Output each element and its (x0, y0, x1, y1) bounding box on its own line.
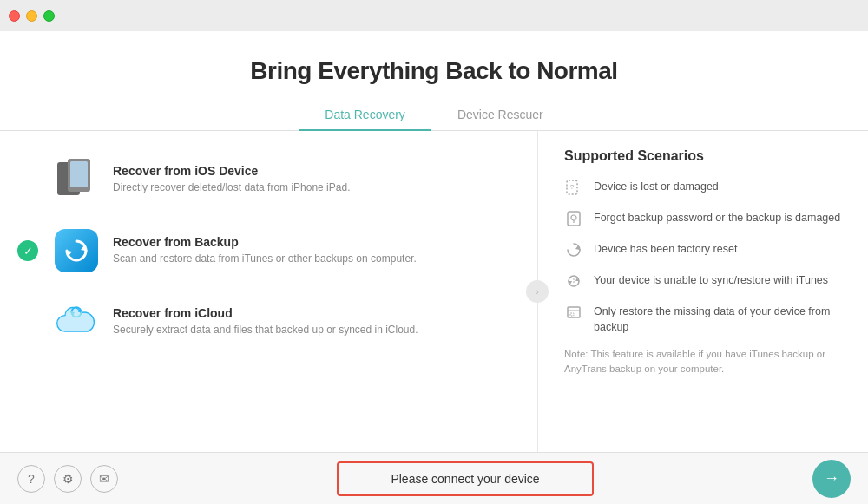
header: Bring Everything Back to Normal (0, 31, 868, 85)
message-button[interactable]: ✉ (90, 465, 118, 493)
scenarios-title: Supported Scenarios (564, 148, 842, 164)
ios-item-title: Recover from iOS Device (113, 164, 350, 178)
scenario-forgot-password: Forgot backup password or the backup is … (564, 209, 842, 228)
minimize-button[interactable] (26, 10, 37, 22)
scenario-sync-text: Your device is unable to sync/restore wi… (594, 272, 828, 289)
panel-arrow-icon: › (526, 280, 549, 303)
restore-missing-icon (564, 303, 583, 322)
scenario-password-text: Forgot backup password or the backup is … (594, 209, 840, 226)
note-text: Note: This feature is available if you h… (564, 347, 842, 377)
right-panel: Supported Scenarios ? Device is lost or … (538, 131, 868, 452)
backup-damage-icon (564, 209, 583, 228)
help-button[interactable]: ? (17, 465, 45, 493)
left-panel: Recover from iOS Device Directly recover… (0, 131, 538, 452)
svg-rect-12 (570, 313, 574, 316)
scenario-sync-restore: Your device is unable to sync/restore wi… (564, 272, 842, 291)
page-title: Bring Everything Back to Normal (0, 57, 868, 85)
content-area: Recover from iOS Device Directly recover… (0, 131, 868, 452)
scenario-missing-text: Only restore the missing data of your de… (594, 303, 842, 335)
icloud-item-desc: Securely extract data and files that bac… (113, 323, 418, 337)
ios-device-icon (54, 157, 99, 202)
scenario-factory-reset: Device has been factory reset (564, 240, 842, 259)
reset-icon (564, 240, 583, 259)
svg-rect-6 (568, 212, 580, 226)
tab-data-recovery[interactable]: Data Recovery (299, 101, 431, 130)
icloud-item-title: Recover from iCloud (113, 306, 418, 320)
backup-item-desc: Scan and restore data from iTunes or oth… (113, 252, 417, 266)
footer-left: ? ⚙ ✉ (17, 465, 118, 493)
footer: ? ⚙ ✉ Please connect your device → (0, 452, 868, 504)
next-button[interactable]: → (812, 460, 851, 498)
title-bar (0, 0, 868, 31)
backup-item-text: Recover from Backup Scan and restore dat… (113, 235, 417, 266)
ios-item-desc: Directly recover deleted/lost data from … (113, 180, 350, 195)
backup-icon (54, 228, 99, 273)
recovery-item-icloud[interactable]: Recover from iCloud Securely extract dat… (43, 291, 520, 353)
selected-checkmark: ✓ (17, 240, 38, 261)
scenario-lost-text: Device is lost or damaged (594, 178, 719, 195)
recovery-item-ios[interactable]: Recover from iOS Device Directly recover… (43, 148, 520, 211)
close-button[interactable] (9, 10, 20, 22)
recovery-item-backup[interactable]: ✓ (43, 219, 520, 282)
tab-device-rescuer[interactable]: Device Rescuer (431, 101, 569, 130)
maximize-button[interactable] (43, 10, 55, 22)
sync-icon (564, 272, 583, 291)
ios-item-text: Recover from iOS Device Directly recover… (113, 164, 350, 195)
settings-button[interactable]: ⚙ (54, 465, 82, 493)
main-window: Bring Everything Back to Normal Data Rec… (0, 31, 868, 504)
icloud-item-text: Recover from iCloud Securely extract dat… (113, 306, 418, 337)
icloud-icon (54, 299, 99, 344)
backup-item-title: Recover from Backup (113, 235, 417, 249)
tab-bar: Data Recovery Device Rescuer (0, 101, 868, 131)
scenario-restore-missing: Only restore the missing data of your de… (564, 303, 842, 335)
svg-rect-3 (55, 229, 98, 272)
svg-rect-2 (70, 161, 88, 187)
connect-device-button[interactable]: Please connect your device (337, 461, 593, 496)
svg-text:?: ? (570, 183, 575, 191)
scenario-reset-text: Device has been factory reset (594, 240, 737, 258)
svg-point-7 (571, 215, 576, 220)
lost-icon: ? (564, 178, 583, 197)
scenario-lost-damaged: ? Device is lost or damaged (564, 178, 842, 197)
